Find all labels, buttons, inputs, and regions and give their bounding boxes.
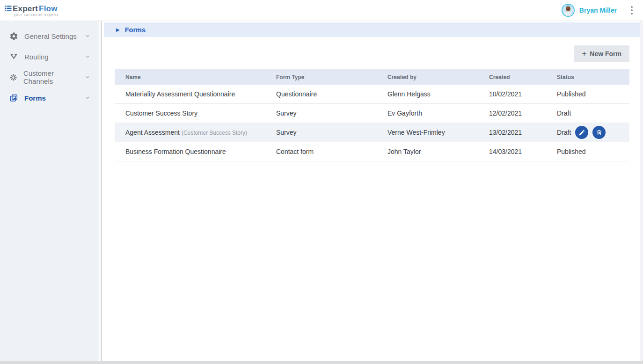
vertical-dots-icon[interactable] — [628, 4, 636, 16]
trash-icon — [596, 129, 603, 136]
toolbar: + New Form — [104, 37, 643, 62]
table-row[interactable]: Materiality Assessment Questionnaire Que… — [115, 85, 629, 104]
cell-status: Published — [557, 148, 629, 155]
brand-name-primary: Expert — [13, 5, 38, 13]
cell-status: Published — [557, 90, 629, 98]
sidebar-item-forms[interactable]: Forms — [0, 87, 99, 108]
sidebar: General Settings Routing — [0, 21, 99, 364]
cell-created-by: Glenn Helgass — [387, 90, 489, 98]
edit-button[interactable] — [575, 126, 588, 139]
cell-form-type: Survey — [276, 109, 387, 117]
route-split-icon — [9, 52, 18, 61]
cell-name: Materiality Assessment Questionnaire — [115, 90, 276, 98]
user-name[interactable]: Bryan Miller — [579, 7, 617, 14]
forms-table: Name Form Type Created by Created Status… — [115, 69, 629, 161]
chevron-down-icon — [85, 54, 90, 59]
triangle-right-icon: ▶ — [116, 28, 120, 32]
top-header: ExpertFlow your callcenter experts Bryan… — [0, 0, 643, 21]
form-windows-icon — [9, 94, 18, 102]
brand-tagline: your callcenter experts — [5, 13, 59, 16]
new-form-button-label: New Form — [590, 50, 621, 58]
sidebar-item-label: Forms — [24, 94, 46, 102]
cell-name-note: (Customer Success Story) — [182, 130, 247, 136]
cell-status: Draft — [557, 126, 629, 139]
sidebar-divider — [101, 21, 102, 364]
brand-name-secondary: Flow — [39, 5, 58, 13]
table-row[interactable]: Customer Success Story Survey Ev Gayfort… — [115, 104, 629, 123]
sidebar-item-label: General Settings — [24, 32, 77, 40]
expertflow-logo[interactable]: ExpertFlow your callcenter experts — [5, 5, 59, 16]
column-header-name[interactable]: Name — [115, 74, 276, 80]
cell-form-type: Contact form — [276, 148, 387, 155]
sidebar-item-label: Routing — [24, 53, 49, 61]
table-row-selected[interactable]: Agent Assessment(Customer Success Story)… — [115, 123, 629, 142]
gear-icon — [9, 32, 18, 41]
plus-icon: + — [582, 51, 586, 57]
breadcrumb-label: Forms — [125, 26, 146, 34]
table-row[interactable]: Business Formation Questionnaire Contact… — [115, 142, 629, 161]
main-content: ▶ Forms + New Form Name Form Type Create… — [104, 21, 643, 364]
channels-burst-icon — [9, 73, 17, 82]
cell-created: 10/02/2021 — [489, 90, 557, 98]
sidebar-item-label: Customer Channels — [23, 69, 79, 85]
delete-button[interactable] — [592, 126, 606, 139]
user-avatar[interactable] — [562, 4, 575, 17]
column-header-created-by[interactable]: Created by — [387, 74, 489, 80]
new-form-button[interactable]: + New Form — [574, 45, 629, 62]
vertical-scrollbar[interactable] — [640, 21, 643, 361]
status-text: Draft — [557, 129, 571, 136]
breadcrumb[interactable]: ▶ Forms — [104, 22, 643, 37]
horizontal-scrollbar[interactable] — [0, 361, 643, 364]
sidebar-item-routing[interactable]: Routing — [0, 46, 99, 67]
cell-form-type: Survey — [276, 129, 387, 136]
chevron-down-icon — [85, 95, 90, 101]
cell-created-by: Verne West-Frimley — [387, 129, 489, 136]
cell-created: 12/02/2021 — [489, 109, 557, 117]
cell-created: 13/02/2021 — [489, 129, 557, 136]
column-header-form-type[interactable]: Form Type — [276, 74, 387, 80]
chevron-down-icon — [85, 33, 90, 39]
cell-name-text: Agent Assessment — [125, 129, 180, 136]
cell-name: Agent Assessment(Customer Success Story) — [115, 129, 276, 136]
sidebar-item-customer-channels[interactable]: Customer Channels — [0, 67, 99, 87]
list-grid-logo-icon — [5, 5, 12, 12]
cell-created-by: John Taylor — [387, 148, 489, 155]
chevron-down-icon — [85, 74, 90, 80]
cell-created-by: Ev Gayforth — [387, 109, 489, 117]
cell-name: Customer Success Story — [115, 109, 276, 117]
column-header-status[interactable]: Status — [557, 74, 629, 80]
cell-name: Business Formation Questionnaire — [115, 148, 276, 155]
pencil-icon — [578, 129, 585, 136]
table-header-row: Name Form Type Created by Created Status — [115, 69, 629, 85]
sidebar-item-general-settings[interactable]: General Settings — [0, 26, 99, 46]
column-header-created[interactable]: Created — [489, 74, 557, 80]
cell-form-type: Questionnaire — [276, 90, 387, 98]
cell-created: 14/03/2021 — [489, 148, 557, 155]
cell-status: Draft — [557, 109, 629, 117]
